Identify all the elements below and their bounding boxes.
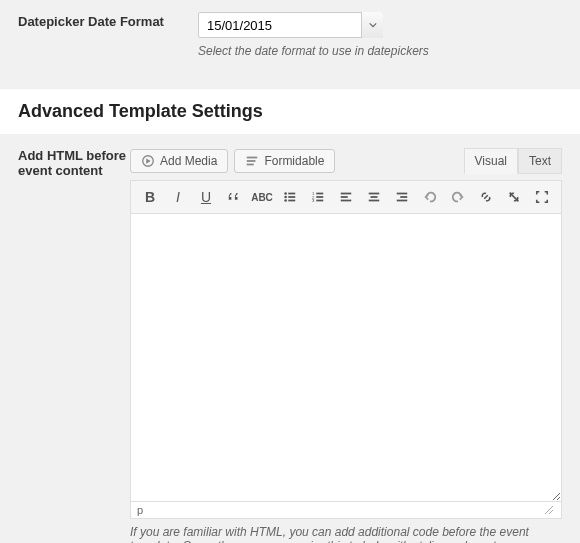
svg-rect-11	[316, 193, 323, 195]
svg-rect-9	[288, 200, 295, 202]
datepicker-select[interactable]: 15/01/2015	[198, 12, 383, 38]
editor-column: Add Media Formidable Visual Text B I U A…	[130, 148, 562, 543]
svg-rect-13	[316, 196, 323, 198]
svg-rect-16	[341, 193, 352, 195]
align-right-button[interactable]	[389, 185, 415, 209]
datepicker-select-wrap[interactable]: 15/01/2015	[198, 12, 383, 38]
tab-text[interactable]: Text	[518, 148, 562, 174]
svg-rect-21	[369, 200, 380, 202]
svg-rect-18	[341, 200, 352, 202]
align-center-button[interactable]	[361, 185, 387, 209]
svg-point-6	[284, 196, 287, 199]
svg-rect-2	[247, 160, 256, 162]
datepicker-row: Datepicker Date Format 15/01/2015 Select…	[0, 0, 580, 66]
unlink-button[interactable]	[501, 185, 527, 209]
blockquote-button[interactable]	[221, 185, 247, 209]
svg-rect-23	[400, 196, 407, 198]
html-before-label: Add HTML before event content	[18, 146, 130, 543]
html-before-description: If you are familiar with HTML, you can a…	[130, 525, 562, 543]
media-icon	[141, 154, 155, 168]
svg-rect-3	[247, 164, 254, 166]
editor-content-area[interactable]	[130, 213, 562, 501]
editor-toolbar: B I U ABC 123	[130, 180, 562, 213]
align-left-button[interactable]	[333, 185, 359, 209]
fullscreen-button[interactable]	[529, 185, 555, 209]
editor-path: p	[137, 504, 143, 516]
svg-rect-1	[247, 157, 258, 159]
svg-point-8	[284, 199, 287, 202]
svg-rect-22	[397, 193, 408, 195]
svg-rect-15	[316, 200, 323, 202]
editor-tabs: Visual Text	[464, 148, 562, 174]
datepicker-description: Select the date format to use in datepic…	[198, 44, 562, 58]
bold-button[interactable]: B	[137, 185, 163, 209]
svg-text:3: 3	[312, 198, 315, 203]
tab-visual[interactable]: Visual	[464, 148, 518, 174]
datepicker-label: Datepicker Date Format	[18, 12, 198, 58]
formidable-button[interactable]: Formidable	[234, 149, 335, 173]
svg-point-4	[284, 192, 287, 195]
svg-rect-20	[371, 196, 378, 198]
svg-rect-24	[397, 200, 408, 202]
resize-handle-icon[interactable]	[543, 504, 555, 516]
formidable-label: Formidable	[264, 154, 324, 168]
formidable-icon	[245, 154, 259, 168]
bullet-list-button[interactable]	[277, 185, 303, 209]
add-media-button[interactable]: Add Media	[130, 149, 228, 173]
svg-rect-17	[341, 196, 348, 198]
media-row: Add Media Formidable Visual Text	[130, 148, 562, 174]
datepicker-field: 15/01/2015 Select the date format to use…	[198, 12, 562, 58]
link-button[interactable]	[473, 185, 499, 209]
svg-rect-19	[369, 193, 380, 195]
redo-button[interactable]	[445, 185, 471, 209]
add-media-label: Add Media	[160, 154, 217, 168]
underline-button[interactable]: U	[193, 185, 219, 209]
section-heading: Advanced Template Settings	[0, 88, 580, 134]
svg-rect-5	[288, 193, 295, 195]
editor-status-bar: p	[130, 501, 562, 519]
strikethrough-button[interactable]: ABC	[249, 185, 275, 209]
html-before-row: Add HTML before event content Add Media …	[0, 134, 580, 543]
numbered-list-button[interactable]: 123	[305, 185, 331, 209]
svg-rect-7	[288, 196, 295, 198]
undo-button[interactable]	[417, 185, 443, 209]
italic-button[interactable]: I	[165, 185, 191, 209]
